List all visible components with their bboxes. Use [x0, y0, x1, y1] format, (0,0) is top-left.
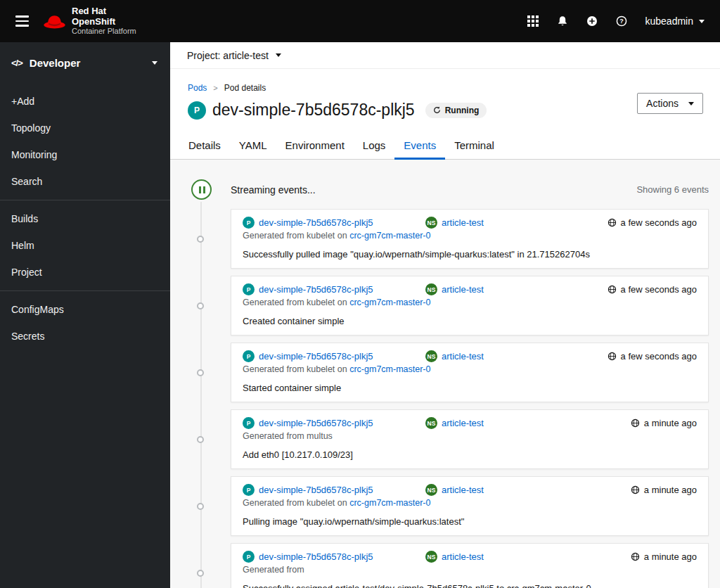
- breadcrumb: Pods > Pod details: [188, 83, 703, 93]
- timeline-line: [200, 202, 202, 588]
- globe-icon: [631, 552, 640, 561]
- event-timestamp: a few seconds ago: [608, 351, 697, 362]
- notifications-button[interactable]: [557, 15, 568, 27]
- event-source-link[interactable]: crc-gm7cm-master-0: [349, 364, 430, 374]
- sidebar-item-add[interactable]: +Add: [0, 88, 170, 115]
- sidebar-item-secrets[interactable]: Secrets: [0, 323, 170, 350]
- brand-line1: Red Hat: [72, 6, 136, 17]
- timeline-node-icon: [197, 302, 204, 309]
- actions-button[interactable]: Actions: [637, 93, 703, 114]
- plus-circle-icon: [586, 15, 598, 27]
- pod-link[interactable]: dev-simple-7b5d6578c-plkj5: [259, 485, 373, 495]
- pod-badge-icon: P: [243, 484, 255, 496]
- bell-icon: [557, 15, 568, 27]
- page-head: Pods > Pod details P dev-simple-7b5d6578…: [170, 69, 720, 120]
- page-title: dev-simple-7b5d6578c-plkj5: [212, 101, 415, 120]
- pod-link[interactable]: dev-simple-7b5d6578c-plkj5: [259, 217, 373, 228]
- event-row: P dev-simple-7b5d6578c-plkj5 NS article-…: [231, 276, 709, 335]
- streaming-status-text: Streaming events...: [231, 184, 316, 196]
- event-source-text: Generated from kubelet on: [243, 364, 347, 374]
- event-source-text: Generated from kubelet on: [243, 298, 347, 307]
- namespace-badge-icon: NS: [425, 417, 437, 429]
- sync-icon: [433, 106, 441, 114]
- tab-terminal[interactable]: Terminal: [445, 135, 503, 160]
- event-time-text: a few seconds ago: [621, 217, 697, 228]
- help-button[interactable]: ?: [616, 15, 627, 27]
- project-label: Project: article-test: [187, 50, 269, 61]
- namespace-link[interactable]: article-test: [442, 351, 484, 362]
- timeline-node-icon: [197, 369, 204, 376]
- namespace-link[interactable]: article-test: [442, 418, 484, 428]
- event-row: P dev-simple-7b5d6578c-plkj5 NS article-…: [231, 409, 709, 469]
- event-message: Started container simple: [243, 383, 697, 393]
- event-time-text: a few seconds ago: [621, 351, 697, 362]
- event-source-link[interactable]: crc-gm7cm-master-0: [349, 498, 430, 508]
- tab-logs[interactable]: Logs: [354, 135, 395, 160]
- sidebar-item-helm[interactable]: Helm: [0, 232, 170, 259]
- main-content: Project: article-test Pods > Pod details…: [170, 42, 720, 588]
- quick-create-button[interactable]: [586, 15, 598, 27]
- pod-link[interactable]: dev-simple-7b5d6578c-plkj5: [259, 418, 373, 428]
- event-source-text: Generated from multus: [243, 431, 333, 441]
- pod-badge-icon: P: [188, 101, 206, 120]
- user-menu[interactable]: kubeadmin: [645, 15, 705, 27]
- event-message: Pulling image "quay.io/wpernath/simple-q…: [243, 516, 697, 527]
- event-source: Generated from kubelet on crc-gm7cm-mast…: [243, 364, 697, 374]
- sidebar-item-topology[interactable]: Topology: [0, 115, 170, 141]
- globe-icon: [608, 285, 617, 294]
- redhat-fedora-icon: [43, 13, 66, 30]
- sidebar-divider: [0, 290, 170, 291]
- pod-badge-icon: P: [243, 417, 255, 429]
- status-badge: Running: [425, 103, 487, 118]
- event-source: Generated from kubelet on crc-gm7cm-mast…: [243, 231, 697, 241]
- sidebar-item-project[interactable]: Project: [0, 259, 170, 286]
- perspective-switcher[interactable]: </> Developer: [0, 42, 170, 84]
- pod-link[interactable]: dev-simple-7b5d6578c-plkj5: [259, 551, 373, 562]
- event-source-link[interactable]: crc-gm7cm-master-0: [349, 298, 430, 307]
- perspective-label: Developer: [30, 57, 81, 69]
- nav-toggle-button[interactable]: [15, 15, 29, 27]
- sidebar-item-search[interactable]: Search: [0, 168, 170, 195]
- event-timestamp: a minute ago: [631, 551, 697, 562]
- event-source-text: Generated from kubelet on: [243, 231, 347, 241]
- breadcrumb-separator: >: [213, 84, 217, 92]
- sidebar-item-builds[interactable]: Builds: [0, 205, 170, 232]
- pod-link[interactable]: dev-simple-7b5d6578c-plkj5: [259, 284, 373, 295]
- pod-badge-icon: P: [243, 283, 255, 295]
- event-source-text: Generated from kubelet on: [243, 498, 347, 508]
- tab-events[interactable]: Events: [394, 135, 445, 160]
- event-time-text: a minute ago: [644, 551, 697, 562]
- tab-details[interactable]: Details: [179, 135, 230, 160]
- namespace-link[interactable]: article-test: [442, 217, 484, 228]
- brand-logo[interactable]: Red Hat OpenShift Container Platform: [43, 6, 136, 35]
- globe-icon: [631, 485, 640, 494]
- namespace-link[interactable]: article-test: [442, 551, 484, 562]
- tab-yaml[interactable]: YAML: [230, 135, 276, 160]
- sidebar-item-monitoring[interactable]: Monitoring: [0, 141, 170, 168]
- event-source: Generated from multus: [243, 431, 697, 441]
- event-source: Generated from kubelet on crc-gm7cm-mast…: [243, 298, 697, 307]
- sidebar-item-configmaps[interactable]: ConfigMaps: [0, 296, 170, 323]
- breadcrumb-pods-link[interactable]: Pods: [188, 83, 207, 93]
- sidebar-divider: [0, 200, 170, 200]
- namespace-link[interactable]: article-test: [442, 485, 484, 495]
- globe-icon: [608, 218, 617, 227]
- brand-line3: Container Platform: [72, 27, 136, 35]
- app-launcher-button[interactable]: [527, 15, 539, 27]
- namespace-badge-icon: NS: [425, 283, 437, 295]
- event-timestamp: a minute ago: [631, 485, 697, 495]
- question-circle-icon: ?: [616, 15, 627, 27]
- pause-events-button[interactable]: [191, 179, 212, 200]
- event-source-link[interactable]: crc-gm7cm-master-0: [349, 231, 430, 241]
- pod-link[interactable]: dev-simple-7b5d6578c-plkj5: [259, 351, 373, 362]
- events-list: P dev-simple-7b5d6578c-plkj5 NS article-…: [231, 209, 709, 588]
- project-selector[interactable]: Project: article-test: [187, 50, 281, 61]
- timeline-node-icon: [197, 503, 204, 510]
- namespace-badge-icon: NS: [425, 350, 437, 362]
- tab-environment[interactable]: Environment: [276, 135, 354, 160]
- project-bar: Project: article-test: [170, 42, 720, 69]
- brand-line2: OpenShift: [72, 17, 136, 27]
- globe-icon: [631, 418, 640, 428]
- namespace-link[interactable]: article-test: [442, 284, 484, 295]
- pod-badge-icon: P: [243, 350, 255, 362]
